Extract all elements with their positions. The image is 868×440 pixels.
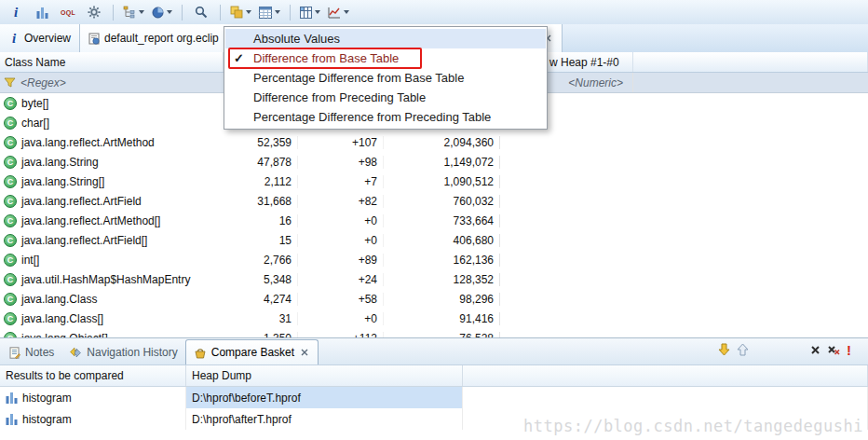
tab-overview[interactable]: Overview xyxy=(0,24,80,52)
table-row[interactable]: java.lang.reflect.ArtMethod52,359+1072,0… xyxy=(0,132,868,152)
bottom-panel: Notes Navigation History Compare Basket xyxy=(0,337,868,440)
column-header-filler xyxy=(633,52,868,72)
report-icon xyxy=(88,33,100,45)
table-icon xyxy=(259,7,272,19)
class-icon xyxy=(4,273,17,286)
column-header-results[interactable]: Results to be compared xyxy=(0,365,186,386)
search-icon[interactable] xyxy=(189,2,213,22)
settings-gear-icon[interactable] xyxy=(82,2,106,22)
column-header-filler xyxy=(463,365,868,386)
menu-item-difference-from-base-table[interactable]: ✓ Difference from Base Table xyxy=(225,48,546,68)
class-icon xyxy=(4,136,17,149)
move-up-icon[interactable] xyxy=(737,343,749,359)
compare-basket-icon xyxy=(194,347,207,359)
chevron-down-icon xyxy=(139,10,144,14)
compare-basket-row[interactable]: histogram D:\hprof\beforeT.hprof xyxy=(0,387,868,408)
oql-icon[interactable]: OQL xyxy=(56,2,80,22)
tab-report-label: default_report org.eclip xyxy=(104,32,219,45)
mat-window: OQL Overview default_report org.eclip Cl… xyxy=(0,0,868,440)
histogram-glyph-icon xyxy=(36,7,48,19)
column-header-class-name[interactable]: Class Name xyxy=(0,52,224,72)
group-by-dropdown[interactable] xyxy=(120,2,147,22)
table-row[interactable]: int[]2,766+89162,136 xyxy=(0,250,868,269)
regex-filter-input[interactable]: <Regex> xyxy=(0,73,224,92)
histogram-icon xyxy=(6,392,18,404)
chevron-down-icon xyxy=(275,10,280,14)
remove-all-icon[interactable] xyxy=(827,345,840,358)
values-context-menu: Absolute Values ✓ Difference from Base T… xyxy=(224,26,548,130)
main-toolbar: OQL xyxy=(0,0,868,25)
gear-glyph-icon xyxy=(88,6,101,19)
menu-item-percentage-difference-from-base-table[interactable]: Percentage Difference from Base Table xyxy=(225,68,546,88)
class-icon xyxy=(4,214,17,227)
chevron-down-icon xyxy=(167,10,172,14)
table-row[interactable]: java.lang.Object[]1,350+11276,528 xyxy=(0,328,868,337)
table-row[interactable]: java.lang.reflect.ArtMethod[]16+0733,664 xyxy=(0,211,868,230)
tab-compare-basket[interactable]: Compare Basket xyxy=(185,339,319,364)
class-icon xyxy=(4,234,17,247)
table-row[interactable]: java.lang.String47,878+981,149,072 xyxy=(0,152,868,172)
menu-item-percentage-difference-from-preceding-table[interactable]: Percentage Difference from Preceding Tab… xyxy=(225,107,546,127)
info-icon[interactable] xyxy=(4,2,28,22)
info-icon xyxy=(8,32,20,45)
notes-icon xyxy=(9,347,20,359)
bottom-tabstrip: Notes Navigation History Compare Basket xyxy=(0,338,868,365)
tab-overview-label: Overview xyxy=(24,32,71,45)
table-row[interactable]: java.lang.Class[]31+091,416 xyxy=(0,309,868,328)
move-down-icon[interactable] xyxy=(718,343,730,359)
class-icon xyxy=(4,117,17,130)
class-icon xyxy=(4,312,17,325)
bottom-toolbar xyxy=(718,343,851,359)
histogram-icon xyxy=(6,413,18,425)
chevron-down-icon xyxy=(315,10,320,14)
tab-navigation-history[interactable]: Navigation History xyxy=(61,340,184,364)
chart-icon xyxy=(328,7,341,19)
magnifier-glyph-icon xyxy=(195,6,208,19)
toolbar-separator xyxy=(220,5,221,21)
info-glyph-icon xyxy=(10,6,21,19)
tree-icon xyxy=(123,6,136,19)
navigation-history-icon xyxy=(69,347,82,358)
class-icon xyxy=(4,97,17,110)
toolbar-separator xyxy=(113,5,114,21)
checkmark-icon: ✓ xyxy=(234,48,244,68)
table-row[interactable]: java.lang.reflect.ArtField31,668+82760,0… xyxy=(0,191,868,211)
class-icon xyxy=(4,254,17,267)
heap-dump-path: D:\hprof\beforeT.hprof xyxy=(186,387,463,408)
calculator-dropdown[interactable] xyxy=(297,2,323,22)
class-icon xyxy=(4,195,17,208)
close-icon[interactable] xyxy=(299,347,310,358)
menu-item-absolute-values[interactable]: Absolute Values xyxy=(225,29,546,48)
compare-basket-row[interactable]: histogram D:\hprof\afterT.hprof xyxy=(0,408,868,430)
chevron-down-icon xyxy=(246,10,251,14)
toolbar-separator xyxy=(290,5,291,21)
table-dropdown[interactable] xyxy=(256,2,283,22)
table-row[interactable]: java.lang.String[]2,112+71,090,512 xyxy=(0,172,868,191)
compare-dropdown[interactable] xyxy=(227,2,254,22)
heap-dump-path: D:\hprof\afterT.hprof xyxy=(186,408,463,430)
table-row[interactable]: java.lang.Class4,274+5898,296 xyxy=(0,289,868,309)
tab-notes[interactable]: Notes xyxy=(2,340,61,364)
table-row[interactable]: java.lang.reflect.ArtField[]15+0406,680 xyxy=(0,230,868,250)
class-icon xyxy=(4,156,17,169)
grid-icon xyxy=(300,7,312,19)
table-row[interactable]: java.util.HashMap$HashMapEntry5,348+2412… xyxy=(0,269,868,289)
chevron-down-icon xyxy=(344,10,349,14)
error-icon[interactable] xyxy=(847,344,851,358)
remove-icon[interactable] xyxy=(810,345,821,358)
column-header-heap-dump[interactable]: Heap Dump xyxy=(186,365,463,386)
oql-label: OQL xyxy=(61,9,75,16)
menu-item-difference-from-preceding-table[interactable]: Difference from Preceding Table xyxy=(225,88,546,107)
chart-dropdown[interactable] xyxy=(325,2,352,22)
class-icon xyxy=(4,293,17,306)
compare-basket-header-row: Results to be compared Heap Dump xyxy=(0,365,868,387)
pie-icon xyxy=(152,7,164,19)
class-icon xyxy=(4,175,17,188)
compare-icon xyxy=(230,6,243,19)
pie-dropdown[interactable] xyxy=(149,2,175,22)
filter-funnel-icon xyxy=(4,76,16,89)
toolbar-separator xyxy=(182,5,183,21)
histogram-icon[interactable] xyxy=(30,2,54,22)
